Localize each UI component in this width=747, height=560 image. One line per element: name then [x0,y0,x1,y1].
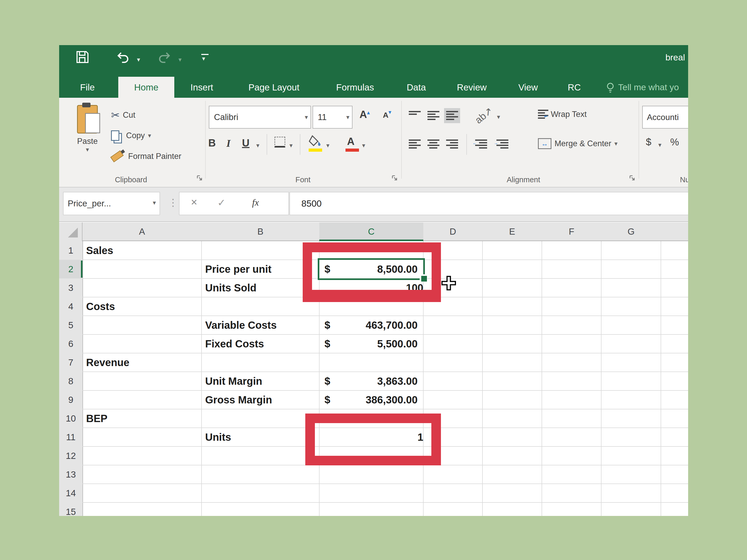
underline-dropdown-icon[interactable]: ▾ [256,142,259,149]
name-box[interactable]: Price_per... ▾ [63,192,160,215]
align-center-button[interactable] [426,137,441,152]
tab-insert[interactable]: Insert [190,77,213,98]
tab-page-layout[interactable]: Page Layout [249,77,300,98]
customize-qat-caret-icon[interactable]: ▾ [202,55,205,62]
row-header-12[interactable]: 12 [59,447,83,465]
align-top-button[interactable] [407,108,423,123]
borders-dropdown-icon[interactable]: ▾ [289,142,292,149]
cell-B8[interactable]: Unit Margin [202,372,323,391]
row-header-14[interactable]: 14 [59,484,83,503]
bold-button[interactable]: B [208,137,216,149]
cell-C8[interactable]: $3,863.00 [319,372,423,391]
column-header-F[interactable]: F [542,222,602,241]
redo-icon[interactable] [157,52,171,63]
name-box-dropdown-icon[interactable]: ▾ [153,199,156,206]
copy-dropdown-icon[interactable]: ▾ [148,132,151,139]
row-header-9[interactable]: 9 [59,391,83,410]
undo-icon[interactable] [117,52,130,63]
borders-icon[interactable] [275,137,285,148]
underline-button[interactable]: U [242,137,250,149]
currency-format-dropdown-icon[interactable]: ▾ [658,141,662,149]
orientation-icon[interactable]: ab↗ [473,105,495,126]
row-header-2[interactable]: 2 [59,260,83,279]
cell-B9[interactable]: Gross Margin [202,391,323,409]
cell-A10[interactable]: BEP [82,409,205,428]
font-name-combo[interactable]: Calibri ▾ [209,106,311,129]
row-header-1[interactable]: 1 [59,241,83,260]
cell-C6[interactable]: $5,500.00 [319,335,423,353]
number-format-combo[interactable]: Accounti [642,106,688,129]
row-header-13[interactable]: 13 [59,465,83,484]
column-header-B[interactable]: B [202,222,320,241]
cell-C9[interactable]: $386,300.00 [319,391,423,409]
tab-view[interactable]: View [518,77,538,98]
row-header-11[interactable]: 11 [59,428,83,447]
merge-center-button[interactable]: ↔ Merge & Center ▾ [538,138,618,149]
wrap-text-button[interactable]: ↩ Wrap Text [538,110,587,119]
column-header-H[interactable]: H [661,222,688,241]
cell-B11[interactable]: Units [202,428,323,447]
font-dialog-launcher-icon[interactable] [391,175,398,181]
tell-me-box[interactable]: Tell me what yo [618,77,679,98]
font-color-dropdown-icon[interactable]: ▾ [362,142,365,149]
increase-indent-button[interactable]: → [494,137,511,152]
cell-C5[interactable]: $463,700.00 [319,316,423,335]
save-icon[interactable] [75,50,90,64]
cell-A4[interactable]: Costs [82,297,205,316]
cut-button[interactable]: ✂ Cut [111,109,135,121]
redo-dropdown-icon[interactable]: ▾ [178,56,182,63]
row-header-15[interactable]: 15 [59,502,83,516]
tab-file[interactable]: File [80,77,95,98]
alignment-dialog-launcher-icon[interactable] [629,175,636,181]
clipboard-dialog-launcher-icon[interactable] [196,175,203,181]
paste-dropdown-icon[interactable]: ▾ [72,146,103,153]
tab-data[interactable]: Data [407,77,426,98]
paste-button[interactable]: Paste ▾ [72,105,103,153]
italic-button[interactable]: I [227,137,231,149]
align-left-button[interactable] [407,137,423,152]
row-header-10[interactable]: 10 [59,409,83,428]
decrease-indent-button[interactable]: ← [473,137,489,152]
copy-button[interactable]: Copy ▾ [111,130,151,141]
column-header-A[interactable]: A [82,222,202,241]
orientation-dropdown-icon[interactable]: ▾ [497,113,500,121]
align-right-button[interactable] [444,137,460,152]
column-header-D[interactable]: D [423,222,483,241]
font-size-dropdown-icon[interactable]: ▾ [346,113,350,121]
format-painter-button[interactable]: Format Painter [111,152,181,161]
cancel-icon[interactable]: × [191,196,197,209]
fill-handle[interactable] [421,276,427,282]
formula-bar-grip-icon[interactable]: ⋮ [168,197,177,208]
font-color-icon[interactable]: A [347,136,355,147]
merge-center-dropdown-icon[interactable]: ▾ [615,140,618,147]
column-header-G[interactable]: G [601,222,662,241]
cell-B6[interactable]: Fixed Costs [202,335,323,353]
formula-input[interactable]: 8500 [289,192,688,215]
tab-home[interactable]: Home [118,77,174,98]
cell-A1[interactable]: Sales [82,241,205,260]
enter-icon[interactable]: ✓ [217,197,226,209]
insert-function-icon[interactable]: fx [252,197,259,208]
percent-format-button[interactable]: % [670,137,679,148]
font-size-combo[interactable]: 11 ▾ [313,106,353,129]
select-all-button[interactable] [59,222,82,241]
tab-formulas[interactable]: Formulas [336,77,374,98]
row-header-5[interactable]: 5 [59,316,83,335]
row-header-7[interactable]: 7 [59,353,83,372]
column-header-C[interactable]: C [319,222,424,241]
currency-format-button[interactable]: $ [646,137,651,148]
row-header-6[interactable]: 6 [59,335,83,354]
align-middle-button[interactable] [426,108,441,123]
row-header-4[interactable]: 4 [59,297,83,316]
fill-color-dropdown-icon[interactable]: ▾ [326,142,329,149]
font-name-dropdown-icon[interactable]: ▾ [305,113,308,121]
shrink-font-button[interactable]: A▾ [383,111,391,119]
tab-review[interactable]: Review [457,77,487,98]
cell-B5[interactable]: Variable Costs [202,316,323,335]
grow-font-button[interactable]: A▴ [360,109,370,120]
cell-A7[interactable]: Revenue [82,353,205,372]
column-header-E[interactable]: E [483,222,542,241]
fill-color-icon[interactable] [308,134,323,149]
align-bottom-button[interactable] [444,108,460,123]
undo-dropdown-icon[interactable]: ▾ [137,56,140,63]
